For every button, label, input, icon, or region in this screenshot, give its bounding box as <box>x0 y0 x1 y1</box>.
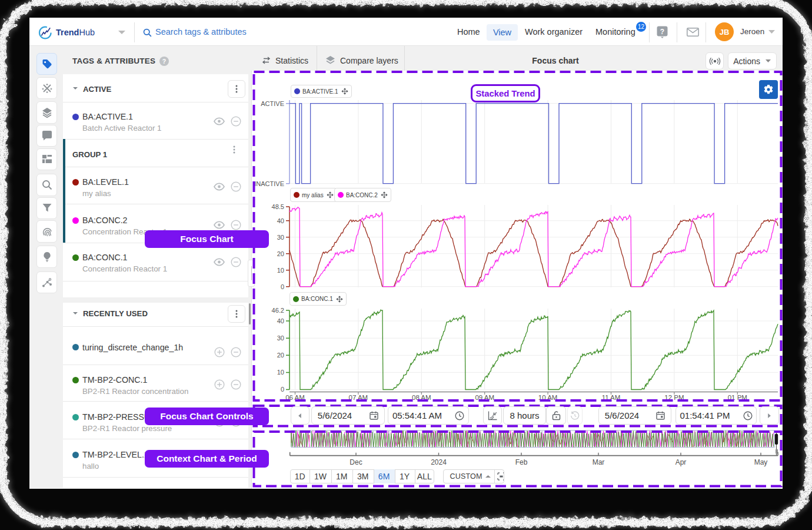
svg-text:May: May <box>754 458 768 466</box>
svg-text:0: 0 <box>281 283 284 290</box>
svg-text:40: 40 <box>277 317 284 324</box>
svg-text:Dec: Dec <box>350 458 362 466</box>
svg-text:INACTIVE: INACTIVE <box>254 180 284 187</box>
svg-text:46.2: 46.2 <box>272 307 284 314</box>
svg-text:2024: 2024 <box>431 458 447 466</box>
svg-text:0: 0 <box>281 386 284 393</box>
svg-text:20: 20 <box>277 352 284 359</box>
svg-text:?: ? <box>162 58 166 65</box>
svg-text:ACTIVE: ACTIVE <box>261 100 284 107</box>
svg-text:Mar: Mar <box>593 458 605 466</box>
svg-text:48.5: 48.5 <box>272 203 284 210</box>
svg-text:10: 10 <box>277 267 284 274</box>
svg-text:30: 30 <box>277 334 284 342</box>
svg-text:20: 20 <box>277 250 284 257</box>
svg-text:?: ? <box>660 28 664 36</box>
svg-text:Apr: Apr <box>675 458 687 466</box>
svg-text:40: 40 <box>277 217 284 224</box>
svg-text:Feb: Feb <box>515 458 528 466</box>
svg-text:10: 10 <box>277 369 284 376</box>
svg-text:30: 30 <box>277 234 284 241</box>
